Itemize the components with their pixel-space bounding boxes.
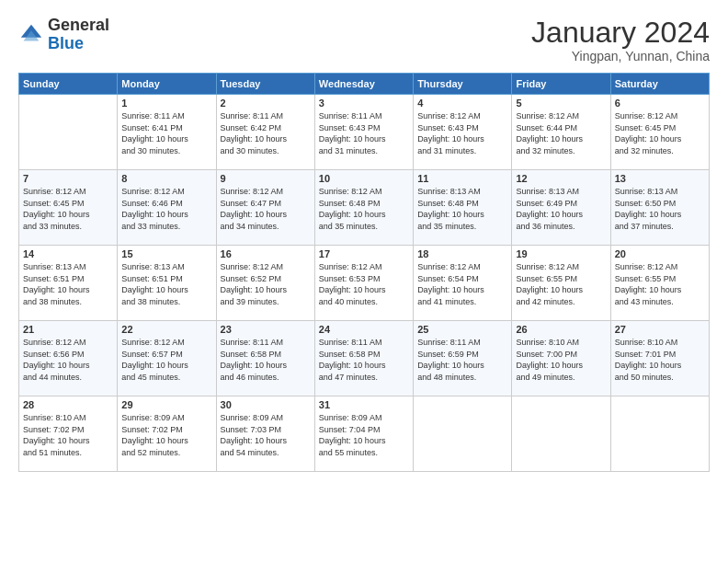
day-number: 3 [319,98,409,109]
calendar-header-row: Sunday Monday Tuesday Wednesday Thursday… [19,74,710,95]
page: General Blue January 2024 Yingpan, Yunna… [0,0,728,563]
title-block: January 2024 Yingpan, Yunnan, China [531,17,710,63]
day-info: Sunrise: 8:09 AM Sunset: 7:02 PM Dayligh… [121,412,211,458]
day-number: 22 [121,324,211,335]
table-row: 11Sunrise: 8:13 AM Sunset: 6:48 PM Dayli… [414,170,512,246]
header-monday: Monday [118,74,216,95]
day-number: 26 [516,324,606,335]
day-number: 11 [417,173,507,184]
day-number: 2 [221,98,311,109]
week-row-4: 28Sunrise: 8:10 AM Sunset: 7:02 PM Dayli… [19,396,710,472]
day-number: 27 [615,324,705,335]
day-info: Sunrise: 8:10 AM Sunset: 7:00 PM Dayligh… [516,337,606,383]
day-info: Sunrise: 8:11 AM Sunset: 6:42 PM Dayligh… [221,110,311,156]
table-row [610,396,709,472]
table-row: 20Sunrise: 8:12 AM Sunset: 6:55 PM Dayli… [610,246,709,321]
day-number: 5 [516,98,606,109]
day-info: Sunrise: 8:12 AM Sunset: 6:45 PM Dayligh… [23,186,113,232]
day-info: Sunrise: 8:13 AM Sunset: 6:50 PM Dayligh… [615,186,705,232]
table-row: 14Sunrise: 8:13 AM Sunset: 6:51 PM Dayli… [19,246,118,321]
header-sunday: Sunday [19,74,118,95]
day-info: Sunrise: 8:12 AM Sunset: 6:57 PM Dayligh… [121,337,211,383]
day-number: 14 [23,248,113,259]
table-row: 5Sunrise: 8:12 AM Sunset: 6:44 PM Daylig… [512,95,610,170]
day-info: Sunrise: 8:13 AM Sunset: 6:48 PM Dayligh… [417,186,507,232]
day-number: 8 [121,173,211,184]
day-info: Sunrise: 8:11 AM Sunset: 6:59 PM Dayligh… [417,337,507,383]
header: General Blue January 2024 Yingpan, Yunna… [18,17,710,63]
logo-text: General Blue [48,17,109,53]
header-thursday: Thursday [414,74,512,95]
week-row-0: 1Sunrise: 8:11 AM Sunset: 6:41 PM Daylig… [19,95,710,170]
table-row: 8Sunrise: 8:12 AM Sunset: 6:46 PM Daylig… [118,170,216,246]
day-number: 18 [417,248,507,259]
logo-blue: Blue [48,34,84,52]
day-info: Sunrise: 8:12 AM Sunset: 6:53 PM Dayligh… [319,261,409,307]
month-title: January 2024 [531,17,710,49]
day-info: Sunrise: 8:11 AM Sunset: 6:43 PM Dayligh… [319,110,409,156]
day-info: Sunrise: 8:12 AM Sunset: 6:46 PM Dayligh… [121,186,211,232]
day-number: 10 [319,173,409,184]
location-subtitle: Yingpan, Yunnan, China [531,49,710,63]
week-row-2: 14Sunrise: 8:13 AM Sunset: 6:51 PM Dayli… [19,246,710,321]
logo-icon [18,22,44,48]
day-number: 13 [615,173,705,184]
day-info: Sunrise: 8:10 AM Sunset: 7:01 PM Dayligh… [615,337,705,383]
day-info: Sunrise: 8:09 AM Sunset: 7:04 PM Dayligh… [319,412,409,458]
table-row: 29Sunrise: 8:09 AM Sunset: 7:02 PM Dayli… [118,396,216,472]
header-saturday: Saturday [610,74,709,95]
day-number: 9 [221,173,311,184]
logo: General Blue [18,17,109,53]
day-info: Sunrise: 8:10 AM Sunset: 7:02 PM Dayligh… [23,412,113,458]
day-info: Sunrise: 8:12 AM Sunset: 6:47 PM Dayligh… [221,186,311,232]
table-row: 2Sunrise: 8:11 AM Sunset: 6:42 PM Daylig… [216,95,314,170]
table-row: 10Sunrise: 8:12 AM Sunset: 6:48 PM Dayli… [314,170,413,246]
table-row: 6Sunrise: 8:12 AM Sunset: 6:45 PM Daylig… [610,95,709,170]
day-number: 15 [121,248,211,259]
day-number: 1 [121,98,211,109]
day-info: Sunrise: 8:12 AM Sunset: 6:44 PM Dayligh… [516,110,606,156]
table-row [414,396,512,472]
day-number: 30 [221,399,311,410]
day-info: Sunrise: 8:09 AM Sunset: 7:03 PM Dayligh… [221,412,311,458]
day-info: Sunrise: 8:12 AM Sunset: 6:45 PM Dayligh… [615,110,705,156]
table-row: 22Sunrise: 8:12 AM Sunset: 6:57 PM Dayli… [118,321,216,396]
day-info: Sunrise: 8:12 AM Sunset: 6:56 PM Dayligh… [23,337,113,383]
table-row: 4Sunrise: 8:12 AM Sunset: 6:43 PM Daylig… [414,95,512,170]
table-row: 19Sunrise: 8:12 AM Sunset: 6:55 PM Dayli… [512,246,610,321]
day-info: Sunrise: 8:11 AM Sunset: 6:58 PM Dayligh… [319,337,409,383]
table-row [19,95,118,170]
table-row: 3Sunrise: 8:11 AM Sunset: 6:43 PM Daylig… [314,95,413,170]
day-number: 29 [121,399,211,410]
day-number: 12 [516,173,606,184]
day-number: 17 [319,248,409,259]
day-number: 31 [319,399,409,410]
table-row: 17Sunrise: 8:12 AM Sunset: 6:53 PM Dayli… [314,246,413,321]
day-number: 4 [417,98,507,109]
table-row: 9Sunrise: 8:12 AM Sunset: 6:47 PM Daylig… [216,170,314,246]
day-info: Sunrise: 8:13 AM Sunset: 6:49 PM Dayligh… [516,186,606,232]
table-row: 27Sunrise: 8:10 AM Sunset: 7:01 PM Dayli… [610,321,709,396]
calendar-table: Sunday Monday Tuesday Wednesday Thursday… [18,73,710,472]
week-row-3: 21Sunrise: 8:12 AM Sunset: 6:56 PM Dayli… [19,321,710,396]
table-row: 7Sunrise: 8:12 AM Sunset: 6:45 PM Daylig… [19,170,118,246]
day-info: Sunrise: 8:12 AM Sunset: 6:43 PM Dayligh… [417,110,507,156]
table-row: 1Sunrise: 8:11 AM Sunset: 6:41 PM Daylig… [118,95,216,170]
table-row: 26Sunrise: 8:10 AM Sunset: 7:00 PM Dayli… [512,321,610,396]
day-number: 25 [417,324,507,335]
day-info: Sunrise: 8:12 AM Sunset: 6:55 PM Dayligh… [615,261,705,307]
day-info: Sunrise: 8:12 AM Sunset: 6:48 PM Dayligh… [319,186,409,232]
day-info: Sunrise: 8:11 AM Sunset: 6:58 PM Dayligh… [221,337,311,383]
table-row: 24Sunrise: 8:11 AM Sunset: 6:58 PM Dayli… [314,321,413,396]
header-tuesday: Tuesday [216,74,314,95]
table-row: 31Sunrise: 8:09 AM Sunset: 7:04 PM Dayli… [314,396,413,472]
logo-general: General [48,16,109,34]
day-number: 7 [23,173,113,184]
table-row: 12Sunrise: 8:13 AM Sunset: 6:49 PM Dayli… [512,170,610,246]
header-wednesday: Wednesday [314,74,413,95]
day-info: Sunrise: 8:12 AM Sunset: 6:54 PM Dayligh… [417,261,507,307]
week-row-1: 7Sunrise: 8:12 AM Sunset: 6:45 PM Daylig… [19,170,710,246]
day-number: 23 [221,324,311,335]
day-number: 16 [221,248,311,259]
day-number: 19 [516,248,606,259]
